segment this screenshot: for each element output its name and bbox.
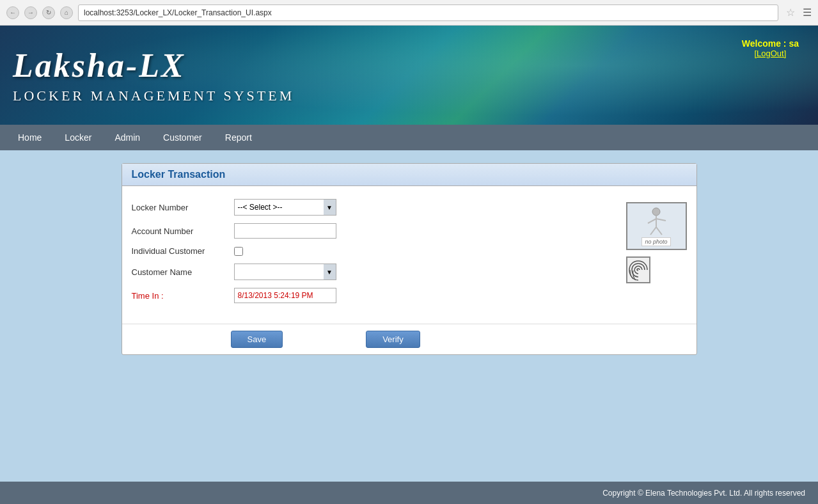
fingerprint-box[interactable] xyxy=(626,256,650,283)
form-card-body: Locker Number --< Select >-- ▼ Account N… xyxy=(122,186,696,324)
form-card-header: Locker Transaction xyxy=(122,164,696,186)
locker-number-row: Locker Number --< Select >-- ▼ xyxy=(132,199,617,216)
fingerprint-icon xyxy=(628,258,649,281)
back-button[interactable]: ← xyxy=(6,6,19,19)
photo-box: no photo xyxy=(626,202,687,250)
browser-chrome: ← → ↻ ⌂ ☆ ☰ xyxy=(0,0,818,26)
logout-link[interactable]: [LogOut] xyxy=(742,49,799,58)
locker-number-select[interactable]: --< Select >-- xyxy=(234,199,336,216)
time-in-label: Time In : xyxy=(132,291,234,301)
menu-icon[interactable]: ☰ xyxy=(803,6,812,19)
customer-name-select[interactable] xyxy=(234,264,336,280)
form-title: Locker Transaction xyxy=(132,169,226,180)
form-card: Locker Transaction Locker Number --< Sel… xyxy=(122,163,697,355)
customer-name-row: Customer Name ▼ xyxy=(132,264,617,280)
account-number-row: Account Number xyxy=(132,223,617,239)
home-button[interactable]: ⌂ xyxy=(60,6,73,19)
individual-customer-label: Individual Customer xyxy=(132,246,234,256)
locker-number-label: Locker Number xyxy=(132,203,234,212)
time-in-row: Time In : xyxy=(132,288,617,303)
account-number-label: Account Number xyxy=(132,226,234,236)
customer-name-label: Customer Name xyxy=(132,267,234,277)
app-title: Laksha-LX xyxy=(13,47,294,84)
svg-line-5 xyxy=(656,227,662,235)
no-photo-text: no photo xyxy=(641,237,670,246)
nav-item-report[interactable]: Report xyxy=(214,125,263,150)
nav-item-locker[interactable]: Locker xyxy=(53,125,103,150)
forward-button[interactable]: → xyxy=(24,6,37,19)
nav-item-home[interactable]: Home xyxy=(6,125,53,150)
welcome-block: Welcome : sa [LogOut] xyxy=(742,38,799,58)
no-photo-placeholder: no photo xyxy=(627,203,686,249)
form-fields: Locker Number --< Select >-- ▼ Account N… xyxy=(132,199,617,311)
welcome-text: Welcome : sa xyxy=(742,38,799,49)
app-subtitle: Locker Management System xyxy=(13,88,294,104)
form-buttons-row: Save Verify xyxy=(122,324,696,354)
footer: Copyright © Elena Technologies Pvt. Ltd.… xyxy=(0,482,818,504)
header-banner: Laksha-LX Locker Management System Welco… xyxy=(0,26,818,125)
header-title-block: Laksha-LX Locker Management System xyxy=(13,47,294,104)
save-button[interactable]: Save xyxy=(231,331,283,348)
svg-line-4 xyxy=(650,227,656,235)
account-number-input[interactable] xyxy=(234,223,336,239)
customer-name-select-wrapper: ▼ xyxy=(234,264,336,280)
nav-bar: Home Locker Admin Customer Report xyxy=(0,125,818,150)
photo-fingerprint-col: no photo xyxy=(626,199,687,311)
individual-customer-checkbox[interactable] xyxy=(234,247,243,256)
stick-figure-icon xyxy=(640,207,672,237)
svg-point-0 xyxy=(652,208,660,216)
verify-button[interactable]: Verify xyxy=(366,331,420,348)
svg-line-2 xyxy=(648,219,656,223)
bookmark-icon[interactable]: ☆ xyxy=(786,6,795,19)
refresh-button[interactable]: ↻ xyxy=(42,6,55,19)
time-in-input[interactable] xyxy=(234,288,336,303)
main-content: Locker Transaction Locker Number --< Sel… xyxy=(0,150,818,482)
locker-number-select-wrapper: --< Select >-- ▼ xyxy=(234,199,336,216)
individual-customer-row: Individual Customer xyxy=(132,246,617,256)
nav-item-customer[interactable]: Customer xyxy=(152,125,214,150)
svg-line-3 xyxy=(656,219,666,221)
nav-item-admin[interactable]: Admin xyxy=(103,125,152,150)
footer-text: Copyright © Elena Technologies Pvt. Ltd.… xyxy=(602,489,805,498)
url-bar[interactable] xyxy=(78,4,778,21)
